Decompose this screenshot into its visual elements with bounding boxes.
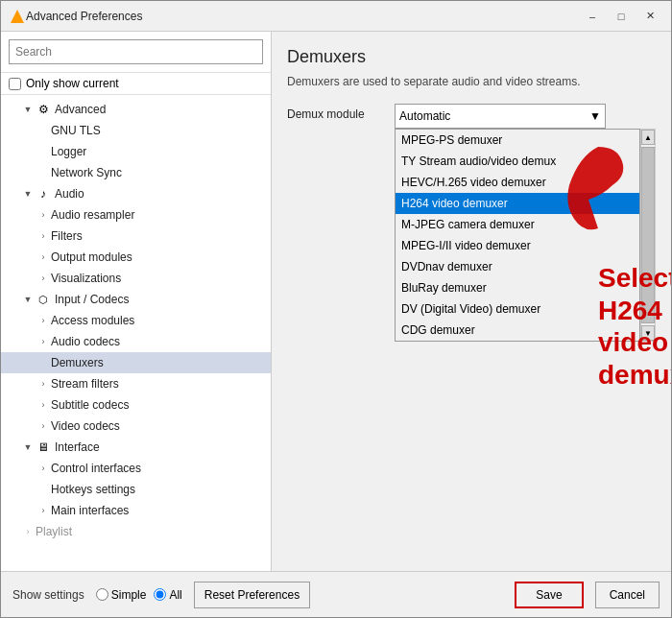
- sidebar-item-audio-resampler[interactable]: › Audio resampler: [1, 204, 271, 226]
- expand-icon: ›: [20, 524, 36, 539]
- reset-preferences-button[interactable]: Reset Preferences: [194, 582, 310, 608]
- expand-icon: ›: [36, 397, 51, 413]
- scrollbar-down-button[interactable]: ▼: [641, 325, 655, 341]
- sidebar-item-label: Stream filters: [51, 377, 119, 391]
- expand-icon: ›: [36, 271, 51, 286]
- sidebar-item-label: GNU TLS: [51, 124, 101, 137]
- expand-icon: ›: [36, 376, 51, 392]
- scrollbar-thumb[interactable]: [641, 147, 655, 323]
- maximize-button[interactable]: □: [608, 6, 635, 27]
- expand-icon: ›: [36, 334, 51, 349]
- expand-icon: ›: [36, 503, 51, 518]
- radio-simple-input[interactable]: [96, 588, 108, 601]
- dropdown-item-dvdnav[interactable]: DVDnav demuxer: [396, 256, 639, 277]
- sidebar-item-input-codecs[interactable]: ▼ ⬡ Input / Codecs: [1, 289, 271, 310]
- sidebar-item-control-interfaces[interactable]: › Control interfaces: [1, 458, 271, 479]
- sidebar-item-access-modules[interactable]: › Access modules: [1, 310, 271, 331]
- dropdown-item-bluray[interactable]: BluRay demuxer: [396, 277, 639, 298]
- dropdown-items: MPEG-PS demuxer TY Stream audio/video de…: [395, 129, 640, 342]
- sidebar-item-interface[interactable]: ▼ 🖥 Interface: [1, 437, 271, 458]
- search-box: [1, 32, 271, 73]
- only-show-current-label: Only show current: [26, 77, 119, 90]
- field-label: Demux module: [287, 104, 383, 121]
- spacer-icon: [36, 355, 51, 370]
- sidebar-item-network-sync[interactable]: Network Sync: [1, 162, 271, 183]
- window-title: Advanced Preferences: [26, 10, 579, 23]
- sidebar-item-advanced[interactable]: ▼ ⚙ Advanced: [1, 99, 271, 120]
- sidebar-item-label: Filters: [51, 229, 83, 243]
- expand-icon: ▼: [20, 440, 36, 455]
- sidebar-item-audio[interactable]: ▼ ♪ Audio: [1, 183, 271, 204]
- cancel-button[interactable]: Cancel: [595, 582, 660, 608]
- spacer-icon: [36, 123, 51, 138]
- radio-group: Simple All: [96, 588, 182, 602]
- demux-module-row: Demux module Automatic ▼ MPEG-PS demuxer…: [287, 104, 656, 342]
- sidebar-item-visualizations[interactable]: › Visualizations: [1, 268, 271, 289]
- radio-simple: Simple: [96, 588, 147, 602]
- scrollbar[interactable]: ▲ ▼: [640, 129, 656, 342]
- spacer-icon: [36, 144, 51, 159]
- minimize-button[interactable]: –: [579, 6, 606, 27]
- sidebar-tree: ▼ ⚙ Advanced GNU TLS Logger Network Sync: [1, 95, 271, 571]
- close-button[interactable]: ✕: [636, 6, 663, 27]
- sidebar-item-label: Logger: [51, 145, 86, 158]
- sidebar-item-label: Subtitle codecs: [51, 398, 129, 412]
- sidebar-item-gnu-tls[interactable]: GNU TLS: [1, 120, 271, 141]
- field-content: Automatic ▼ MPEG-PS demuxer TY Stream au…: [395, 104, 656, 342]
- radio-all-input[interactable]: [154, 588, 166, 601]
- sidebar-item-hotkeys[interactable]: Hotkeys settings: [1, 479, 271, 500]
- expand-icon: ▼: [20, 102, 36, 117]
- sidebar-item-label: Main interfaces: [51, 504, 129, 517]
- panel-description: Demuxers are used to separate audio and …: [287, 75, 656, 88]
- dropdown-item-mjpeg[interactable]: M-JPEG camera demuxer: [396, 214, 639, 235]
- expand-icon: ›: [36, 313, 51, 328]
- sidebar-item-label: Input / Codecs: [55, 293, 129, 306]
- search-input[interactable]: [9, 39, 263, 64]
- sidebar-item-label: Demuxers: [51, 356, 104, 369]
- titlebar-buttons: – □ ✕: [579, 6, 663, 27]
- sidebar-item-main-interfaces[interactable]: › Main interfaces: [1, 500, 271, 521]
- dropdown-item-dv[interactable]: DV (Digital Video) demuxer: [396, 298, 639, 320]
- radio-all: All: [154, 588, 181, 602]
- dropdown-item-h264[interactable]: H264 video demuxer: [396, 193, 639, 214]
- demux-select[interactable]: Automatic ▼: [395, 104, 606, 129]
- music-icon: ♪: [36, 186, 51, 202]
- sidebar-item-label: Control interfaces: [51, 462, 141, 475]
- dropdown-item-cdg[interactable]: CDG demuxer: [396, 320, 639, 341]
- sidebar-item-playlist[interactable]: › Playlist: [1, 521, 271, 542]
- only-show-current-checkbox[interactable]: [9, 78, 21, 90]
- expand-icon: ▼: [20, 292, 36, 307]
- sidebar-item-output-modules[interactable]: › Output modules: [1, 247, 271, 268]
- only-show-current-row: Only show current: [1, 73, 271, 95]
- radio-simple-label: Simple: [111, 588, 147, 602]
- sidebar-item-label: Network Sync: [51, 166, 122, 179]
- sidebar-item-logger[interactable]: Logger: [1, 141, 271, 162]
- codec-icon: ⬡: [36, 292, 51, 307]
- interface-icon: 🖥: [36, 440, 51, 455]
- sidebar-item-demuxers[interactable]: Demuxers: [1, 352, 271, 373]
- sidebar-item-video-codecs[interactable]: › Video codecs: [1, 416, 271, 437]
- scrollbar-up-button[interactable]: ▲: [641, 130, 655, 145]
- dropdown-item-mpeg12[interactable]: MPEG-I/II video demuxer: [396, 235, 639, 256]
- sidebar: Only show current ▼ ⚙ Advanced GNU TLS L…: [1, 32, 272, 571]
- dropdown-item-mpeg-ps[interactable]: MPEG-PS demuxer: [396, 130, 639, 151]
- show-settings-label: Show settings: [12, 588, 84, 602]
- expand-icon: ›: [36, 228, 51, 244]
- sidebar-item-label: Audio resampler: [51, 208, 134, 222]
- dropdown-item-hevc[interactable]: HEVC/H.265 video demuxer: [396, 172, 639, 193]
- dropdown-arrow-icon: ▼: [589, 109, 601, 123]
- dropdown-item-ty-stream[interactable]: TY Stream audio/video demux: [396, 151, 639, 172]
- gear-icon: ⚙: [36, 102, 51, 117]
- sidebar-item-stream-filters[interactable]: › Stream filters: [1, 373, 271, 394]
- sidebar-item-filters[interactable]: › Filters: [1, 226, 271, 247]
- select-value: Automatic: [399, 109, 450, 123]
- dropdown-list: MPEG-PS demuxer TY Stream audio/video de…: [395, 129, 656, 342]
- main-content: Only show current ▼ ⚙ Advanced GNU TLS L…: [1, 32, 671, 571]
- spacer-icon: [36, 482, 51, 497]
- sidebar-item-subtitle-codecs[interactable]: › Subtitle codecs: [1, 394, 271, 416]
- sidebar-item-label: Video codecs: [51, 419, 120, 433]
- spacer-icon: [36, 165, 51, 180]
- sidebar-item-audio-codecs[interactable]: › Audio codecs: [1, 331, 271, 352]
- save-button[interactable]: Save: [515, 582, 583, 608]
- expand-icon: ›: [36, 250, 51, 265]
